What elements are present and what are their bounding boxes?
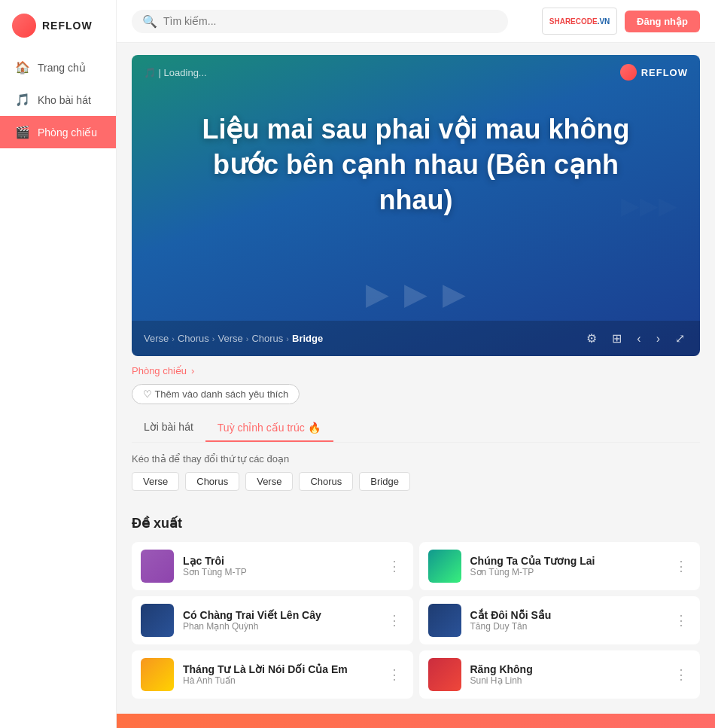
structure-tag-0[interactable]: Verse — [132, 472, 179, 491]
song-thumbnail — [141, 658, 174, 691]
content-tabs: Lời bài hátTuỳ chỉnh cấu trúc🔥 — [132, 415, 700, 443]
tab-lyrics[interactable]: Lời bài hát — [132, 415, 205, 442]
breadcrumb-separator: › — [286, 334, 289, 343]
nav-label-library: Kho bài hát — [38, 94, 91, 106]
song-thumbnail — [428, 550, 461, 583]
nav-label-projection: Phòng chiếu — [38, 126, 97, 139]
list-item[interactable]: Lạc Trôi Sơn Tùng M-TP ⋮ — [132, 542, 413, 590]
player-brand: REFLOW — [620, 64, 688, 81]
song-info: Cắt Đôi Nỗi Sầu Tăng Duy Tân — [470, 609, 663, 632]
below-player: Phòng chiếu › ♡ Thêm vào danh sách yêu t… — [132, 356, 700, 515]
sidebar: REFLOW 🏠 Trang chủ🎵 Kho bài hát🎬 Phòng c… — [0, 0, 117, 728]
search-bar[interactable]: 🔍 — [132, 10, 508, 33]
player-breadcrumb: Verse›Chorus›Verse›Chorus›Bridge — [144, 333, 323, 344]
suggestions-title: Đề xuất — [132, 515, 700, 532]
breadcrumb-separator: › — [212, 334, 215, 343]
page-breadcrumb: Phòng chiếu › — [132, 365, 700, 376]
song-more-button[interactable]: ⋮ — [671, 558, 691, 574]
search-input[interactable] — [163, 15, 497, 27]
song-more-button[interactable]: ⋮ — [385, 666, 404, 683]
song-artist: Sơn Tùng M-TP — [183, 567, 376, 577]
song-artist: Phan Mạnh Quỳnh — [183, 621, 376, 632]
search-icon: 🔍 — [142, 14, 157, 29]
song-thumbnail — [428, 658, 461, 691]
breadcrumb-separator: › — [172, 334, 175, 343]
projection-icon: 🎬 — [15, 125, 30, 139]
song-info: Lạc Trôi Sơn Tùng M-TP — [183, 555, 376, 577]
player-bg-right-decoration: ▶▶▶ — [621, 191, 677, 220]
list-item[interactable]: Chúng Ta Của Tương Lai Sơn Tùng M-TP ⋮ — [419, 542, 701, 590]
structure-tags: VerseChorusVerseChorusBridge — [132, 472, 700, 491]
drag-hint: Kéo thả để thay đổi thứ tự các đoạn — [132, 453, 700, 465]
logo-text: REFLOW — [42, 20, 93, 32]
tab-structure[interactable]: Tuỳ chỉnh cấu trúc🔥 — [205, 415, 333, 442]
header: 🔍 SHARECODE.VN Đăng nhập — [117, 0, 715, 43]
breadcrumb-bridge-4[interactable]: Bridge — [292, 333, 323, 344]
sidebar-logo: REFLOW — [0, 0, 116, 51]
player-brand-name: REFLOW — [641, 67, 688, 78]
song-name: Có Chàng Trai Viết Lên Cây — [183, 609, 376, 621]
player-controls: ⚙ ⊞ ‹ › ⤢ — [583, 328, 688, 349]
display-button[interactable]: ⊞ — [609, 328, 625, 349]
sidebar-item-projection[interactable]: 🎬 Phòng chiếu — [0, 116, 116, 148]
structure-tag-2[interactable]: Verse — [245, 472, 293, 491]
prev-button[interactable]: ‹ — [634, 329, 644, 349]
structure-tag-4[interactable]: Bridge — [359, 472, 410, 491]
video-player: 🎵 | Loading... REFLOW Liệu mai sau phai … — [132, 55, 700, 356]
player-bg-decoration: ▶ ▶ ▶ — [132, 276, 700, 311]
suggestions-grid: Lạc Trôi Sơn Tùng M-TP ⋮ Chúng Ta Của Tư… — [132, 542, 700, 699]
song-info: Tháng Tư Là Lời Nói Dối Của Em Hà Anh Tu… — [183, 663, 376, 686]
fullscreen-button[interactable]: ⤢ — [672, 328, 688, 349]
breadcrumb-verse-2[interactable]: Verse — [218, 333, 243, 344]
breadcrumb-chorus-1[interactable]: Chorus — [178, 333, 209, 344]
list-item[interactable]: Tháng Tư Là Lời Nói Dối Của Em Hà Anh Tu… — [132, 650, 413, 699]
song-artist: Hà Anh Tuấn — [183, 675, 376, 686]
settings-button[interactable]: ⚙ — [583, 328, 600, 349]
breadcrumb-verse-0[interactable]: Verse — [144, 333, 169, 344]
login-button[interactable]: Đăng nhập — [625, 11, 700, 32]
song-thumbnail — [428, 604, 461, 637]
nav-label-home: Trang chủ — [38, 62, 86, 74]
song-artist: Tăng Duy Tân — [470, 621, 663, 632]
song-more-button[interactable]: ⋮ — [385, 612, 404, 629]
main-area: 🔍 SHARECODE.VN Đăng nhập 🎵 | Loading... … — [117, 0, 715, 728]
header-right: SHARECODE.VN Đăng nhập — [542, 8, 700, 35]
list-item[interactable]: Có Chàng Trai Viết Lên Cây Phan Mạnh Quỳ… — [132, 596, 413, 644]
song-artist: Sơn Tùng M-TP — [470, 567, 663, 577]
structure-tag-3[interactable]: Chorus — [299, 472, 353, 491]
lyrics-text: Liệu mai sau phai vội mau không bước bên… — [177, 112, 655, 218]
song-more-button[interactable]: ⋮ — [671, 666, 691, 683]
breadcrumb-sep: › — [191, 365, 194, 376]
song-name: Lạc Trôi — [183, 555, 376, 567]
song-more-button[interactable]: ⋮ — [671, 612, 691, 629]
next-button[interactable]: › — [653, 329, 663, 349]
song-name: Chúng Ta Của Tương Lai — [470, 555, 663, 567]
library-icon: 🎵 — [15, 93, 30, 107]
breadcrumb-separator: › — [246, 334, 249, 343]
sidebar-item-home[interactable]: 🏠 Trang chủ — [0, 51, 116, 84]
song-info: Có Chàng Trai Viết Lên Cây Phan Mạnh Quỳ… — [183, 609, 376, 632]
home-icon: 🏠 — [15, 60, 30, 75]
player-top-bar: 🎵 | Loading... REFLOW — [132, 55, 700, 90]
suggestions-section: Đề xuất Lạc Trôi Sơn Tùng M-TP ⋮ Chúng T… — [132, 515, 700, 699]
logo-circle — [12, 14, 36, 38]
structure-tag-1[interactable]: Chorus — [185, 472, 239, 491]
breadcrumb-chorus-3[interactable]: Chorus — [251, 333, 283, 344]
footer: REFLOW Copyright by Reflow © 2023. All r… — [117, 714, 715, 728]
song-name: Răng Không — [470, 663, 663, 675]
song-thumbnail — [141, 550, 174, 583]
player-lyrics: Liệu mai sau phai vội mau không bước bên… — [132, 90, 700, 240]
sidebar-item-library[interactable]: 🎵 Kho bài hát — [0, 84, 116, 116]
add-favorite-button[interactable]: ♡ Thêm vào danh sách yêu thích — [132, 384, 300, 404]
player-loading-text: 🎵 | Loading... — [144, 67, 207, 78]
sharecode-logo: SHARECODE.VN — [542, 8, 617, 35]
song-thumbnail — [141, 604, 174, 637]
song-more-button[interactable]: ⋮ — [385, 558, 404, 574]
breadcrumb-label: Phòng chiếu — [132, 365, 187, 376]
song-info: Răng Không Suni Hạ Linh — [470, 663, 663, 686]
list-item[interactable]: Răng Không Suni Hạ Linh ⋮ — [419, 650, 701, 699]
list-item[interactable]: Cắt Đôi Nỗi Sầu Tăng Duy Tân ⋮ — [419, 596, 701, 644]
content-area: 🎵 | Loading... REFLOW Liệu mai sau phai … — [117, 43, 715, 714]
tab-badge: 🔥 — [308, 421, 321, 434]
song-name: Cắt Đôi Nỗi Sầu — [470, 609, 663, 621]
